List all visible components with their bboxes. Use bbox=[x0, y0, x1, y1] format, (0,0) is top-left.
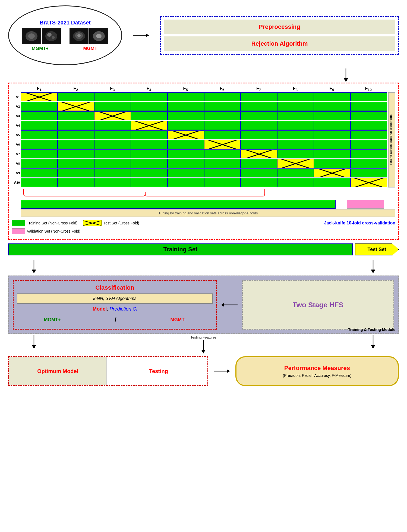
fold-label-f4: F4 bbox=[131, 86, 167, 92]
cell-train bbox=[94, 159, 131, 168]
vertical-separator bbox=[107, 357, 110, 385]
cell-train bbox=[351, 111, 387, 120]
cell-train bbox=[277, 130, 314, 139]
brain-image bbox=[22, 28, 41, 44]
svg-marker-27 bbox=[201, 350, 206, 353]
table-row: A1 bbox=[12, 92, 387, 101]
table-row: A2 bbox=[12, 102, 387, 111]
cell-train bbox=[131, 178, 168, 187]
cell-train bbox=[168, 92, 204, 101]
cell-train bbox=[241, 92, 277, 101]
legend-green-box bbox=[12, 220, 25, 226]
cell-train bbox=[58, 92, 94, 101]
dataset-oval: BraTS-2021 Dataset bbox=[8, 5, 122, 65]
cell-train bbox=[58, 159, 94, 168]
train-test-bar: Training Set Test Set bbox=[8, 243, 399, 255]
right-final-arrow bbox=[369, 335, 377, 349]
cell-train bbox=[131, 102, 168, 111]
cell-train bbox=[241, 140, 277, 149]
performance-panel: Performance Measures (Precision, Recall,… bbox=[235, 356, 399, 386]
table-row: A5 bbox=[12, 130, 387, 139]
svg-point-2 bbox=[28, 33, 35, 39]
mgmt-minus-label: MGMT- bbox=[83, 46, 99, 51]
cv-section: F1 F2 F3 F4 F5 F6 F7 F8 F9 F10 A1 bbox=[8, 83, 399, 240]
a4-label: A4 bbox=[12, 121, 21, 130]
cell-train bbox=[204, 102, 241, 111]
a7-label: A7 bbox=[12, 149, 21, 158]
cell-train bbox=[351, 130, 387, 139]
table-row: A4 bbox=[12, 121, 387, 130]
cell-train bbox=[277, 140, 314, 149]
cell-train bbox=[168, 140, 204, 149]
result-mgmt-plus: MGMT+ bbox=[44, 317, 61, 323]
cv-grid-main: A1 A2 bbox=[12, 92, 387, 187]
svg-point-10 bbox=[77, 34, 81, 37]
cell-train bbox=[351, 159, 387, 168]
cell-train bbox=[58, 111, 94, 120]
fold-label-f1: F1 bbox=[21, 86, 58, 92]
tuning-area: Tuning by training and validation sets a… bbox=[21, 200, 395, 217]
cell-train bbox=[204, 92, 241, 101]
a10-cells bbox=[21, 178, 387, 187]
right-arrow-col bbox=[369, 260, 377, 273]
a3-cells bbox=[21, 111, 387, 120]
classification-title: Classification bbox=[17, 284, 213, 291]
cell-train bbox=[131, 130, 168, 139]
two-arrows-row bbox=[8, 260, 399, 273]
cell-train bbox=[277, 111, 314, 120]
cell-train bbox=[314, 102, 351, 111]
cell-train bbox=[314, 178, 351, 187]
legend-pink-box bbox=[12, 228, 25, 234]
cell-test bbox=[131, 121, 168, 130]
a3-label: A3 bbox=[12, 111, 21, 120]
table-row: A9 bbox=[12, 168, 387, 177]
testing-features-col: Testing Features bbox=[190, 335, 216, 353]
cell-train bbox=[351, 168, 387, 177]
cell-train bbox=[131, 140, 168, 149]
legend-test: Test Set (Cross Fold) bbox=[83, 220, 139, 226]
table-row: A10 bbox=[12, 178, 387, 187]
svg-marker-31 bbox=[227, 369, 230, 373]
legend-validation-label: Validation Set (Non-Cross Fold) bbox=[27, 229, 80, 233]
cell-test bbox=[314, 168, 351, 177]
table-row: A3 bbox=[12, 111, 387, 120]
a5-cells bbox=[21, 130, 387, 139]
cell-train bbox=[58, 140, 94, 149]
cell-train bbox=[277, 168, 314, 177]
a9-label: A9 bbox=[12, 168, 21, 177]
cell-train bbox=[168, 111, 204, 120]
svg-marker-19 bbox=[32, 270, 36, 273]
legend-test-label: Test Set (Cross Fold) bbox=[103, 221, 139, 225]
cell-train bbox=[168, 159, 204, 168]
rejection-label: Rejection Algorithm bbox=[164, 36, 395, 51]
svg-marker-23 bbox=[221, 303, 224, 307]
brain-image bbox=[89, 28, 108, 44]
a6-cells bbox=[21, 140, 387, 149]
fold-label-f10: F10 bbox=[350, 86, 387, 92]
preprocessing-box: Preprocessing Rejection Algorithm bbox=[160, 16, 399, 55]
fold-label-f8: F8 bbox=[277, 86, 314, 92]
a8-cells bbox=[21, 159, 387, 168]
a5-label: A5 bbox=[12, 130, 21, 139]
legend-row-2: Validation Set (Non-Cross Fold) bbox=[12, 226, 395, 236]
cell-train bbox=[204, 130, 241, 139]
cell-train bbox=[21, 130, 58, 139]
a2-label: A2 bbox=[12, 102, 21, 111]
cell-train bbox=[21, 168, 58, 177]
arrow-right-to-perf bbox=[214, 367, 230, 375]
cell-train bbox=[21, 159, 58, 168]
svg-point-6 bbox=[52, 36, 55, 39]
cell-train bbox=[21, 140, 58, 149]
classification-panel: Classification k-NN, SVM Algorithms Mode… bbox=[13, 280, 217, 330]
legend-validation: Validation Set (Non-Cross Fold) bbox=[12, 228, 80, 234]
left-arrow-col bbox=[30, 260, 38, 273]
module-bottom-label: Training & Testing Module bbox=[348, 327, 395, 332]
legend-yellow-box bbox=[83, 220, 102, 226]
cell-train bbox=[241, 111, 277, 120]
fold-label-f2: F2 bbox=[58, 86, 94, 92]
bottom-final-row: Optimum Model Testing Performance Measur… bbox=[8, 356, 399, 386]
a4-cells bbox=[21, 121, 387, 130]
fold-header-labels: F1 F2 F3 F4 F5 F6 F7 F8 F9 F10 bbox=[21, 86, 387, 92]
fold-label-f6: F6 bbox=[204, 86, 241, 92]
cell-train bbox=[168, 149, 204, 158]
